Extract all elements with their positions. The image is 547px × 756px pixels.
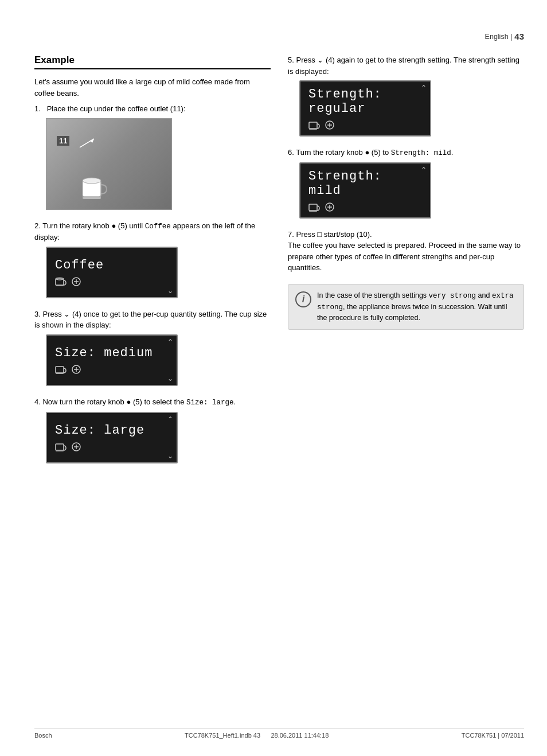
cup-svg — [78, 172, 107, 201]
step-5: 5. Press ⌄ (4) again to get to the stren… — [288, 54, 524, 137]
main-content: Example Let's assume you would like a la… — [34, 54, 524, 699]
svg-rect-21 — [309, 122, 317, 128]
footer-left: Bosch — [34, 732, 52, 739]
svg-rect-11 — [56, 367, 64, 373]
language-label: English | — [485, 33, 513, 41]
footer-file-date: TCC78K751_Heft1.indb 43 28.06.2011 11:44… — [185, 732, 329, 739]
svg-rect-16 — [56, 444, 64, 450]
info-box-text: In the case of the strength settings ver… — [317, 290, 517, 324]
info-text-mid: and — [476, 291, 492, 299]
scroll-up-arrow-4: ⌃ — [421, 166, 427, 174]
display-cup-icon-3 — [55, 442, 68, 451]
display-cup-icon — [55, 277, 68, 286]
display-coffee: Coffee — [46, 247, 178, 298]
footer-right: TCC78K751 | 07/2011 — [462, 732, 524, 739]
info-text-start: In the case of the strength settings — [317, 291, 429, 299]
svg-point-3 — [83, 178, 101, 184]
section-title: Example — [34, 54, 271, 69]
display-size-medium: ⌃ Size: medium ⌄ — [46, 334, 178, 386]
scroll-up-arrow-3: ⌃ — [421, 84, 427, 92]
svg-rect-27 — [309, 211, 317, 212]
step-1-text: Place the cup under the coffee outlet (1… — [47, 104, 186, 113]
display-edit-icon-2 — [71, 365, 81, 374]
display-size-large-text: Size: large — [55, 423, 144, 438]
svg-rect-22 — [309, 128, 317, 130]
step-4: 4. Now turn the rotary knob ● (5) to sel… — [34, 396, 271, 463]
step-3: 3. Press ⌄ (4) once to get to the per-cu… — [34, 309, 271, 386]
svg-rect-17 — [56, 450, 64, 451]
display-edit-icon-3 — [71, 442, 81, 451]
footer-date: 28.06.2011 11:44:18 — [271, 732, 329, 739]
machine-image-inner: 11 — [46, 119, 171, 209]
step-7: 7. Press □ start/stop (10). The coffee y… — [288, 229, 524, 274]
step-1: 1. Place the cup under the coffee outlet… — [34, 103, 271, 210]
display-size-large: ⌃ Size: large ⌄ — [46, 412, 178, 463]
display-strength-regular-text: Strength: regular — [308, 87, 422, 116]
step-1-number: 1. — [34, 104, 41, 113]
info-text-end: , the appliance brews twice in successio… — [317, 303, 507, 322]
scroll-up-arrow-2: ⌃ — [167, 415, 173, 423]
display-strength-regular: ⌃ Strength: regular — [299, 80, 431, 137]
step-2-number: 2. — [34, 221, 41, 230]
page: English | 43 Example Let's assume you wo… — [0, 0, 547, 756]
display-strength-mild-text: Strength: mild — [308, 169, 422, 198]
arrow-svg — [62, 136, 97, 159]
right-column: 5. Press ⌄ (4) again to get to the stren… — [288, 54, 524, 699]
info-mono1: very strong — [429, 292, 476, 300]
step-5-label: 5. Press ⌄ (4) again to get to the stren… — [288, 54, 524, 77]
step-7-number: 7. — [288, 230, 294, 239]
display-cup-icon-4 — [308, 120, 321, 130]
display-edit-icon-5 — [325, 202, 335, 212]
step-2: 2. Turn the rotary knob ● (5) until Coff… — [34, 220, 271, 298]
display-strength-mild: ⌃ Strength: mild — [299, 162, 431, 219]
display-edit-icon — [71, 277, 81, 286]
svg-marker-1 — [90, 139, 94, 143]
step-4-number: 4. — [34, 398, 41, 406]
step-3-number: 3. — [34, 310, 41, 318]
intro-text: Let's assume you would like a large cup … — [34, 76, 271, 99]
footer: Bosch TCC78K751_Heft1.indb 43 28.06.2011… — [34, 728, 524, 739]
step-6-label: 6. Turn the rotary knob ● (5) to Strengt… — [288, 147, 524, 159]
svg-rect-4 — [83, 197, 101, 199]
step-2-label: 2. Turn the rotary knob ● (5) until Coff… — [34, 220, 271, 243]
display-strength-mild-icons — [308, 202, 335, 212]
footer-file: TCC78K751_Heft1.indb 43 — [185, 732, 260, 739]
display-size-medium-icons — [55, 365, 81, 374]
info-icon: i — [295, 291, 311, 307]
info-box: i In the case of the strength settings v… — [288, 284, 524, 330]
display-size-large-icons — [55, 442, 81, 451]
display-cup-icon-2 — [55, 365, 68, 374]
display-edit-icon-4 — [325, 120, 335, 130]
svg-rect-12 — [56, 373, 64, 374]
scroll-down-arrow: ⌄ — [167, 287, 173, 295]
page-header: English | 43 — [485, 32, 524, 41]
display-size-medium-text: Size: medium — [55, 346, 153, 360]
step-3-label: 3. Press ⌄ (4) once to get to the per-cu… — [34, 309, 271, 331]
display-strength-regular-icons — [308, 120, 335, 130]
step-6: 6. Turn the rotary knob ● (5) to Strengt… — [288, 147, 524, 219]
display-coffee-icons — [55, 277, 81, 286]
scroll-up-arrow: ⌃ — [167, 338, 173, 346]
machine-image: 11 — [46, 118, 172, 210]
left-column: Example Let's assume you would like a la… — [34, 54, 271, 699]
step-6-number: 6. — [288, 148, 294, 157]
step-1-label: 1. Place the cup under the coffee outlet… — [34, 103, 271, 115]
step-5-number: 5. — [288, 56, 294, 64]
svg-rect-26 — [309, 204, 317, 211]
page-number: 43 — [514, 32, 524, 41]
display-coffee-text: Coffee — [55, 258, 104, 272]
step-4-label: 4. Now turn the rotary knob ● (5) to sel… — [34, 396, 271, 408]
scroll-down-arrow-2: ⌄ — [167, 375, 173, 383]
svg-rect-6 — [56, 285, 64, 286]
display-cup-icon-5 — [308, 202, 321, 212]
scroll-down-arrow-3: ⌄ — [167, 452, 173, 460]
step-7-label: 7. Press □ start/stop (10). The coffee y… — [288, 229, 524, 274]
